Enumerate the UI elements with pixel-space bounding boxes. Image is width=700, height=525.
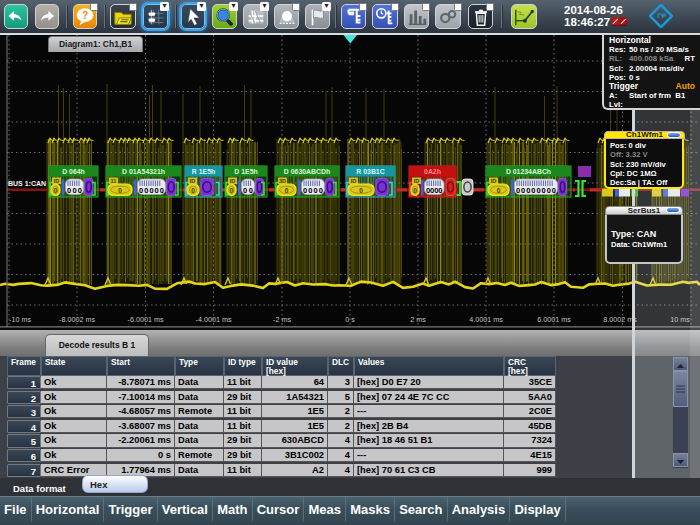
svg-text:0000: 0000 (303, 186, 323, 195)
svg-text:4.0001 ms: 4.0001 ms (469, 315, 503, 324)
svg-text:3D: 3D (279, 178, 286, 184)
svg-text:00000000: 00000000 (516, 186, 556, 195)
svg-text:0 s: 0 s (345, 315, 355, 324)
svg-text:ID: ID (230, 178, 236, 184)
svg-text:-2 ms: -2 ms (273, 315, 291, 324)
svg-text:D 1E5h: D 1E5h (234, 168, 257, 175)
svg-text:0000: 0000 (426, 186, 443, 195)
svg-text:ID: ID (491, 178, 497, 184)
svg-text:-8.0002 ms: -8.0002 ms (59, 315, 95, 324)
svg-text:-4.0001 ms: -4.0001 ms (196, 315, 232, 324)
svg-text:R 1E5h: R 1E5h (192, 168, 215, 175)
svg-text:BUS 1:CAN: BUS 1:CAN (8, 180, 46, 187)
svg-text:0: 0 (54, 187, 58, 194)
svg-text:R 03B1C: R 03B1C (356, 168, 384, 175)
svg-text:0: 0 (285, 187, 289, 194)
svg-text:D 01234ABCh: D 01234ABCh (506, 168, 551, 175)
svg-text:D 01A54321h: D 01A54321h (122, 168, 165, 175)
svg-text:0: 0 (413, 187, 417, 194)
svg-text:-10 ms: -10 ms (9, 315, 31, 324)
svg-text:11: 11 (111, 178, 117, 184)
svg-text:0: 0 (191, 187, 195, 194)
svg-text:D 0630ABCDh: D 0630ABCDh (284, 168, 330, 175)
svg-text:0: 0 (230, 187, 234, 194)
svg-text:00000: 00000 (139, 186, 164, 195)
svg-text:?: ? (82, 9, 88, 20)
svg-text:D 064h: D 064h (62, 168, 85, 175)
svg-text:ID: ID (351, 178, 357, 184)
svg-text:ID: ID (414, 178, 420, 184)
svg-text:0A2h: 0A2h (424, 168, 441, 175)
svg-text:000: 000 (67, 186, 82, 195)
svg-text:ID: ID (54, 178, 60, 184)
svg-text:0: 0 (359, 187, 363, 194)
svg-text:ID: ID (190, 178, 196, 184)
svg-text:0: 0 (118, 187, 122, 194)
svg-text:6.0001 ms: 6.0001 ms (537, 315, 571, 324)
svg-text:2 ms: 2 ms (410, 315, 426, 324)
svg-text:-6.0001 ms: -6.0001 ms (128, 315, 164, 324)
svg-text:0: 0 (497, 187, 501, 194)
svg-text:00: 00 (243, 186, 253, 195)
